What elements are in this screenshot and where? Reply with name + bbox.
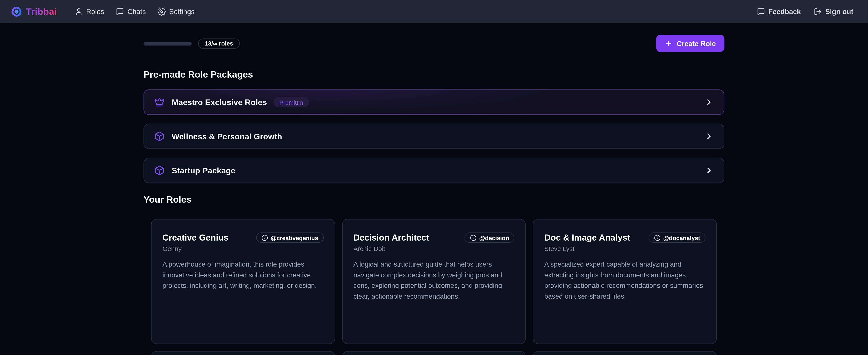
user-icon	[75, 7, 83, 16]
role-title: Decision Architect	[353, 233, 429, 243]
role-card-partial[interactable]	[533, 351, 717, 355]
role-persona: Archie Doit	[353, 245, 515, 253]
package-row-maestro[interactable]: Maestro Exclusive Roles Premium	[144, 90, 725, 115]
role-card-creative-genius[interactable]: Creative Genius @creativegenius Genny A …	[151, 219, 335, 344]
role-handle: @creativegenius	[271, 234, 318, 241]
your-roles-section-title: Your Roles	[144, 194, 725, 205]
role-handle-badge[interactable]: @docanalyst	[649, 233, 706, 243]
package-name: Startup Package	[172, 166, 236, 175]
navbar-left: Tribbai Roles Chats Settings	[11, 4, 198, 19]
role-persona: Genny	[162, 245, 323, 253]
info-icon	[654, 234, 660, 241]
package-row-content: Wellness & Personal Growth	[154, 131, 282, 142]
package-row-content: Maestro Exclusive Roles Premium	[154, 97, 309, 108]
primary-nav: Roles Chats Settings	[71, 4, 198, 19]
role-description: A powerhouse of imagination, this role p…	[162, 260, 323, 291]
chevron-right-icon	[705, 132, 714, 141]
role-description: A logical and structured guide that help…	[353, 260, 515, 302]
roles-usage: 13/∞ roles	[144, 38, 240, 49]
main-content: 13/∞ roles Create Role Pre-made Role Pac…	[144, 23, 725, 355]
create-role-button[interactable]: Create Role	[656, 35, 725, 52]
sign-out-label: Sign out	[825, 7, 853, 16]
feedback-button[interactable]: Feedback	[753, 4, 805, 19]
top-navbar: Tribbai Roles Chats Settings	[0, 0, 868, 23]
role-description: A specialized expert capable of analyzin…	[545, 260, 706, 302]
chevron-right-icon	[705, 166, 714, 175]
role-card-partial[interactable]	[342, 351, 526, 355]
role-handle-badge[interactable]: @decision	[465, 233, 515, 243]
nav-item-label: Chats	[127, 7, 146, 16]
gear-icon	[158, 7, 166, 16]
app-root: Tribbai Roles Chats Settings	[0, 0, 868, 355]
package-name: Wellness & Personal Growth	[172, 132, 282, 141]
nav-item-roles[interactable]: Roles	[71, 4, 108, 19]
role-cards-grid-next-row	[144, 351, 725, 355]
package-name: Maestro Exclusive Roles	[172, 97, 267, 107]
info-icon	[470, 234, 476, 241]
role-handle-badge[interactable]: @creativegenius	[256, 233, 323, 243]
message-square-icon	[757, 7, 765, 16]
nav-item-settings[interactable]: Settings	[154, 4, 198, 19]
roles-toolbar: 13/∞ roles Create Role	[144, 35, 725, 52]
info-icon	[261, 234, 268, 241]
crown-icon	[154, 97, 165, 108]
role-persona: Steve Lyst	[545, 245, 706, 253]
brand-logo[interactable]: Tribbai	[11, 6, 57, 18]
nav-item-chats[interactable]: Chats	[112, 4, 149, 19]
role-card-header: Decision Architect @decision	[353, 233, 515, 243]
role-card-header: Doc & Image Analyst @docanalyst	[545, 233, 706, 243]
role-card-partial[interactable]	[151, 351, 335, 355]
roles-progress-bar	[144, 41, 192, 45]
create-role-label: Create Role	[677, 39, 716, 48]
plus-icon	[665, 40, 673, 47]
nav-item-label: Roles	[86, 7, 104, 16]
package-icon	[154, 131, 165, 142]
role-card-decision-architect[interactable]: Decision Architect @decision Archie Doit…	[342, 219, 526, 344]
feedback-label: Feedback	[768, 7, 801, 16]
role-title: Doc & Image Analyst	[545, 233, 630, 243]
logout-icon	[814, 7, 822, 16]
navbar-right: Feedback Sign out	[753, 4, 857, 19]
brand-name: Tribbai	[26, 6, 57, 17]
tribbai-logo-icon	[11, 6, 22, 18]
message-square-icon	[116, 7, 124, 16]
role-handle: @docanalyst	[663, 234, 700, 241]
package-icon	[154, 166, 165, 176]
packages-section-title: Pre-made Role Packages	[144, 69, 725, 81]
roles-count-badge: 13/∞ roles	[198, 38, 240, 49]
role-card-doc-image-analyst[interactable]: Doc & Image Analyst @docanalyst Steve Ly…	[533, 219, 717, 344]
package-row-content: Startup Package	[154, 166, 236, 176]
chevron-right-icon	[705, 97, 714, 107]
role-title: Creative Genius	[162, 233, 228, 243]
package-row-wellness[interactable]: Wellness & Personal Growth	[144, 123, 725, 149]
role-handle: @decision	[479, 234, 509, 241]
package-row-startup[interactable]: Startup Package	[144, 158, 725, 183]
premium-badge: Premium	[274, 97, 309, 108]
sign-out-button[interactable]: Sign out	[810, 4, 857, 19]
nav-item-label: Settings	[169, 7, 194, 16]
role-card-header: Creative Genius @creativegenius	[162, 233, 323, 243]
role-cards-grid: Creative Genius @creativegenius Genny A …	[144, 219, 725, 344]
